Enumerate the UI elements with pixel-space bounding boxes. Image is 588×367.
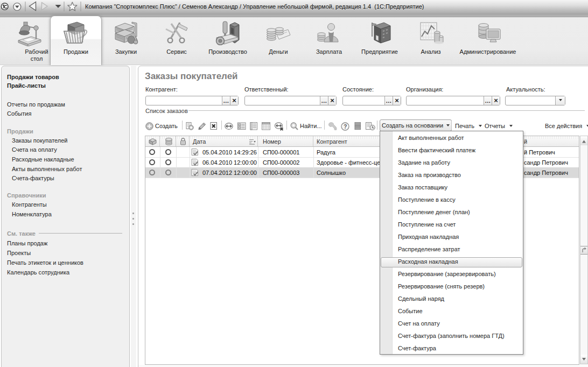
svg-text:?: ? — [344, 124, 347, 130]
